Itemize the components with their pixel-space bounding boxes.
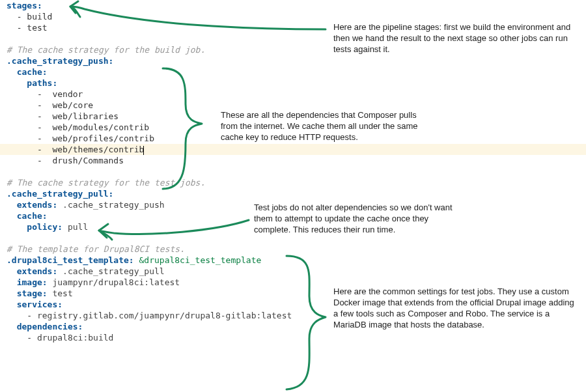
extends-key-2: extends xyxy=(17,266,53,276)
comment-test-cache: # The cache strategy for the test jobs. xyxy=(7,178,205,188)
cache-pull-key: .cache_strategy_pull xyxy=(7,189,109,199)
stage-build: build xyxy=(27,12,52,21)
deps-key: dependencies xyxy=(17,322,78,331)
extends-pull: .cache_strategy_pull xyxy=(63,266,165,276)
path-vendor: vendor xyxy=(52,89,83,99)
policy-key: policy xyxy=(27,222,57,232)
image-key: image xyxy=(17,277,42,287)
annotation-template: Here are the common settings for test jo… xyxy=(333,286,574,330)
annotation-stages: Here are the pipeline stages: first we b… xyxy=(333,21,581,55)
annotation-deps: These are all the dependencies that Comp… xyxy=(221,109,436,143)
path-drush: drush/Commands xyxy=(52,156,124,165)
service-val: registry.gitlab.com/juampynr/drupal8-git… xyxy=(37,311,292,320)
highlighted-line: - web/themes/contrib xyxy=(7,144,579,155)
text-cursor xyxy=(143,146,144,155)
template-key: .drupal8ci_test_template xyxy=(7,255,129,265)
path-webcore: web/core xyxy=(52,100,93,110)
stage-test: test xyxy=(27,23,47,33)
path-webmods: web/modules/contrib xyxy=(52,122,149,132)
template-anchor: &drupal8ci_test_template xyxy=(139,255,262,265)
stages-key: stages xyxy=(7,1,37,10)
stage-key: stage xyxy=(17,288,42,298)
cache-key-2: cache xyxy=(17,211,42,221)
extends-push: .cache_strategy_push xyxy=(63,200,165,210)
annotation-pull: Test jobs do not alter dependencies so w… xyxy=(254,202,462,235)
cache-key: cache xyxy=(17,67,42,77)
services-key: services xyxy=(17,300,58,309)
path-webthemes: web/themes/contrib xyxy=(52,145,144,154)
comment-build-cache: # The cache strategy for the build job. xyxy=(7,45,205,55)
paths-key: paths xyxy=(27,78,52,88)
path-webprof: web/profiles/contrib xyxy=(52,133,154,143)
path-weblibs: web/libraries xyxy=(52,111,119,121)
extends-key-1: extends xyxy=(17,200,53,210)
comment-template: # The template for Drupal8CI tests. xyxy=(7,244,185,254)
dep-val: drupal8ci:build xyxy=(37,333,113,343)
policy-val: pull xyxy=(68,222,88,232)
image-val: juampynr/drupal8ci:latest xyxy=(52,277,180,287)
cache-push-key: .cache_strategy_push xyxy=(7,56,109,66)
stage-val: test xyxy=(52,288,72,298)
